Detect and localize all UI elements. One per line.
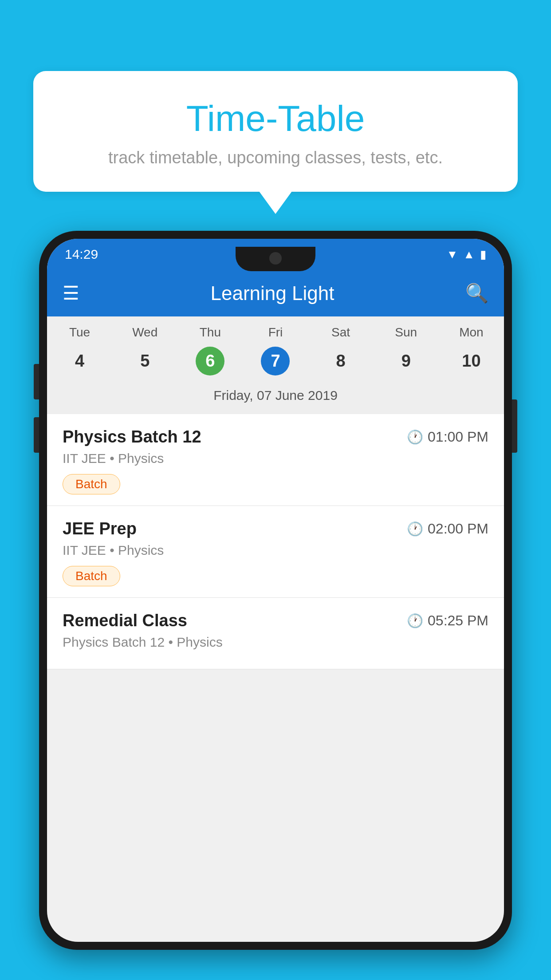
schedule-item-2[interactable]: JEE Prep 🕐 02:00 PM IIT JEE • Physics Ba…: [47, 506, 504, 598]
day-8[interactable]: 8: [308, 343, 374, 379]
wifi-icon: ▼: [447, 248, 458, 261]
day-4[interactable]: 4: [47, 343, 112, 379]
day-6[interactable]: 6: [177, 343, 243, 379]
day-label-sat: Sat: [308, 325, 374, 340]
volume-down-button: [34, 417, 39, 453]
day-label-thu: Thu: [177, 325, 243, 340]
schedule-title-2: JEE Prep: [63, 519, 137, 538]
clock-icon-1: 🕐: [407, 429, 423, 445]
calendar-strip: Tue Wed Thu Fri Sat Sun Mon 4 5 6 7 8 9 …: [47, 316, 504, 414]
day-9[interactable]: 9: [374, 343, 439, 379]
bubble-title: Time-Table: [55, 98, 496, 139]
volume-up-button: [34, 364, 39, 399]
speech-bubble: Time-Table track timetable, upcoming cla…: [33, 71, 518, 192]
app-bar: ☰ Learning Light 🔍: [47, 270, 504, 316]
schedule-list: Physics Batch 12 🕐 01:00 PM IIT JEE • Ph…: [47, 414, 504, 669]
search-icon[interactable]: 🔍: [465, 282, 488, 304]
battery-icon: ▮: [480, 248, 486, 261]
schedule-sub-1: IIT JEE • Physics: [63, 451, 488, 466]
schedule-sub-3: Physics Batch 12 • Physics: [63, 635, 488, 650]
status-time: 14:29: [65, 247, 98, 262]
schedule-time-3: 🕐 05:25 PM: [407, 612, 488, 629]
front-camera: [269, 252, 282, 265]
schedule-item-3[interactable]: Remedial Class 🕐 05:25 PM Physics Batch …: [47, 598, 504, 669]
clock-icon-3: 🕐: [407, 613, 423, 628]
phone-screen: 14:29 ▼ ▲ ▮ ☰ Learning Light 🔍 Tue Wed T…: [47, 239, 504, 942]
power-button: [512, 399, 517, 453]
selected-date: Friday, 07 June 2019: [47, 383, 504, 410]
status-icons: ▼ ▲ ▮: [447, 248, 486, 261]
phone-container: 14:29 ▼ ▲ ▮ ☰ Learning Light 🔍 Tue Wed T…: [39, 231, 512, 980]
day-label-fri: Fri: [243, 325, 308, 340]
schedule-title-1: Physics Batch 12: [63, 427, 201, 447]
day-label-wed: Wed: [112, 325, 177, 340]
schedule-time-1: 🕐 01:00 PM: [407, 429, 488, 445]
clock-icon-2: 🕐: [407, 521, 423, 537]
schedule-time-2: 🕐 02:00 PM: [407, 521, 488, 537]
day-label-tue: Tue: [47, 325, 112, 340]
bubble-subtitle: track timetable, upcoming classes, tests…: [55, 148, 496, 167]
schedule-title-3: Remedial Class: [63, 611, 187, 630]
batch-badge-2: Batch: [63, 566, 120, 586]
day-label-sun: Sun: [374, 325, 439, 340]
batch-badge-1: Batch: [63, 474, 120, 494]
app-bar-title: Learning Light: [211, 282, 335, 304]
day-10[interactable]: 10: [439, 343, 504, 379]
hamburger-icon[interactable]: ☰: [63, 282, 79, 304]
day-label-mon: Mon: [439, 325, 504, 340]
phone-notch: [236, 247, 315, 271]
day-5[interactable]: 5: [112, 343, 177, 379]
day-numbers: 4 5 6 7 8 9 10: [47, 343, 504, 379]
day-7[interactable]: 7: [243, 343, 308, 379]
schedule-sub-2: IIT JEE • Physics: [63, 543, 488, 558]
day-headers: Tue Wed Thu Fri Sat Sun Mon: [47, 325, 504, 340]
phone-frame: 14:29 ▼ ▲ ▮ ☰ Learning Light 🔍 Tue Wed T…: [39, 231, 512, 950]
schedule-item-1[interactable]: Physics Batch 12 🕐 01:00 PM IIT JEE • Ph…: [47, 414, 504, 506]
signal-icon: ▲: [463, 248, 475, 261]
